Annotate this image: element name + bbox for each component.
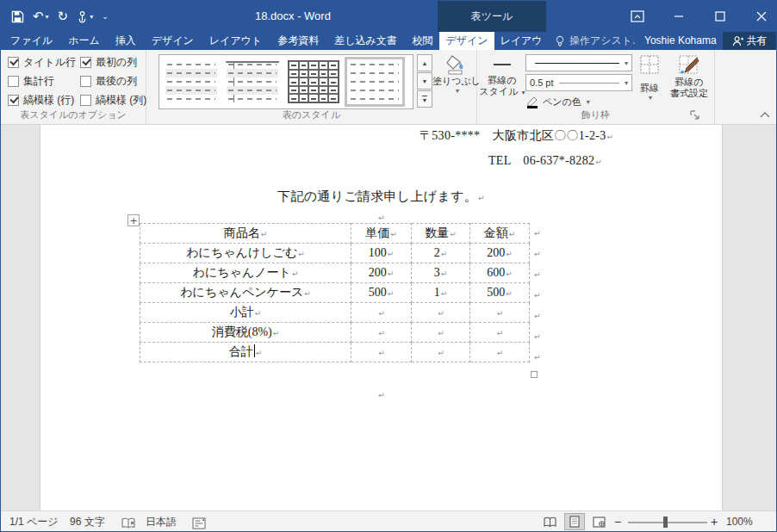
- table-move-handle[interactable]: +: [127, 214, 140, 226]
- table-cell[interactable]: 500↵: [470, 283, 530, 303]
- table-cell[interactable]: 2↵: [412, 244, 470, 263]
- table-style-thumbnail-1[interactable]: [163, 59, 220, 105]
- gallery-more-icon[interactable]: ▼: [417, 90, 432, 108]
- tab-2[interactable]: 挿入: [108, 32, 144, 50]
- undo-dropdown-icon[interactable]: ▾: [46, 13, 49, 21]
- table-cell[interactable]: わにちゃんノート↵: [140, 263, 351, 283]
- table-cell[interactable]: 小計↵: [140, 303, 351, 323]
- table-cell[interactable]: 600↵: [470, 263, 530, 283]
- table-cell[interactable]: ↵: [470, 343, 530, 362]
- table-cell[interactable]: ↵: [470, 303, 530, 323]
- line-weight-combo[interactable]: 0.5 pt ▾: [525, 74, 632, 91]
- table-cell[interactable]: 200↵: [351, 263, 412, 283]
- checkbox-unchecked-icon[interactable]: [80, 76, 91, 87]
- proofing-error-icon[interactable]: [121, 516, 136, 532]
- border-styles-button[interactable]: 罫線の スタイル ▾: [482, 54, 523, 98]
- style-option-checkbox[interactable]: 縞模様 (列): [80, 94, 146, 107]
- account-name[interactable]: Yoshie Kohama: [644, 32, 717, 50]
- ribbon-display-options-icon[interactable]: [628, 7, 647, 26]
- style-option-checkbox[interactable]: タイトル行: [8, 56, 76, 69]
- language-indicator[interactable]: 日本語: [146, 511, 177, 532]
- table-cell[interactable]: ↵: [351, 303, 412, 323]
- touch-mode-icon[interactable]: ▾: [77, 10, 93, 23]
- tab-0[interactable]: ファイル: [3, 32, 60, 50]
- zoom-slider-track[interactable]: [628, 522, 707, 523]
- table-cell[interactable]: 3↵: [412, 263, 470, 283]
- table-style-thumbnail-2[interactable]: [224, 59, 281, 105]
- zoom-slider-thumb[interactable]: [663, 517, 668, 528]
- undo-button[interactable]: ↶▾: [33, 9, 49, 24]
- maximize-icon[interactable]: [711, 7, 730, 26]
- read-mode-icon[interactable]: [540, 513, 561, 530]
- table-cell[interactable]: 100↵: [351, 244, 412, 263]
- checkbox-unchecked-icon[interactable]: [8, 76, 19, 87]
- table-cell[interactable]: 1↵: [412, 283, 470, 303]
- close-icon[interactable]: [752, 7, 771, 26]
- zoom-level[interactable]: 100%: [726, 511, 753, 532]
- tel-line[interactable]: TEL 06-637*-8282↵: [488, 153, 602, 169]
- table-cell[interactable]: ↵: [470, 323, 530, 343]
- redo-icon[interactable]: ↻: [58, 9, 69, 24]
- gallery-scroll-up-icon[interactable]: ▲: [417, 54, 432, 71]
- page-indicator[interactable]: 1/1 ページ: [9, 511, 59, 532]
- style-option-checkbox[interactable]: 集計行: [8, 75, 76, 88]
- border-painter-button[interactable]: 罫線の 書式設定: [667, 54, 712, 99]
- table-resize-handle[interactable]: [531, 371, 538, 378]
- checkbox-checked-icon[interactable]: [8, 57, 19, 68]
- gallery-scroll-down-icon[interactable]: ▼: [417, 72, 432, 90]
- border-styles-dropdown-icon[interactable]: ▾: [519, 89, 525, 96]
- pen-color-button[interactable]: ペンの色 ▾: [525, 95, 603, 108]
- touch-mode-dropdown-icon[interactable]: ▾: [90, 13, 93, 21]
- table-cell[interactable]: 単価↵: [351, 224, 412, 244]
- borders-button[interactable]: 罫線 ▾: [635, 54, 664, 102]
- shading-button[interactable]: 塗りつぶし ▾: [438, 53, 476, 95]
- print-layout-icon[interactable]: [564, 513, 585, 530]
- empty-paragraph-after-table[interactable]: ↵: [40, 387, 722, 401]
- tab-1[interactable]: ホーム: [60, 32, 108, 50]
- zoom-in-icon[interactable]: +: [711, 511, 718, 532]
- zoom-out-icon[interactable]: −: [614, 511, 621, 532]
- table-cell[interactable]: 合計↵: [140, 343, 351, 362]
- table-cell[interactable]: わにちゃんペンケース↵: [140, 283, 351, 303]
- customize-qat-icon[interactable]: ⌄: [102, 12, 109, 21]
- tab-4[interactable]: レイアウト: [202, 32, 270, 50]
- tab-6[interactable]: 差し込み文書: [326, 32, 405, 50]
- collapse-ribbon-icon[interactable]: [759, 108, 771, 119]
- table-style-thumbnail-3[interactable]: [285, 59, 342, 105]
- table-cell[interactable]: ↵: [351, 323, 412, 343]
- table-style-thumbnail-selected[interactable]: [346, 59, 403, 105]
- save-icon[interactable]: [11, 10, 24, 23]
- table-cell[interactable]: ↵: [351, 343, 412, 362]
- tab-5[interactable]: 参考資料: [270, 32, 326, 50]
- minimize-icon[interactable]: [669, 7, 688, 26]
- table-cell[interactable]: 数量↵: [412, 224, 470, 244]
- checkbox-checked-icon[interactable]: [8, 95, 19, 106]
- table-cell[interactable]: 200↵: [470, 244, 530, 263]
- tab-7[interactable]: 校閲: [405, 32, 441, 50]
- borders-dropdown-icon[interactable]: ▾: [649, 94, 652, 102]
- table-cell[interactable]: ↵: [412, 303, 470, 323]
- tab-table-layout[interactable]: レイアウト: [496, 32, 546, 50]
- table-cell[interactable]: 金額↵: [470, 224, 530, 244]
- share-button[interactable]: 共有: [723, 32, 776, 50]
- table-cell[interactable]: 消費税(8%)↵: [140, 323, 351, 343]
- ime-mode-icon[interactable]: [192, 516, 206, 532]
- word-count[interactable]: 96 文字: [70, 511, 105, 532]
- greeting-line[interactable]: 下記の通りご請求申し上げます。↵: [40, 189, 722, 205]
- checkbox-checked-icon[interactable]: [80, 57, 91, 68]
- line-style-dropdown-icon[interactable]: ▾: [625, 59, 628, 67]
- style-option-checkbox[interactable]: 最初の列: [80, 56, 146, 69]
- tab-3[interactable]: デザイン: [144, 32, 202, 50]
- table-cell[interactable]: ↵: [412, 323, 470, 343]
- table-cell[interactable]: 500↵: [351, 283, 412, 303]
- style-option-checkbox[interactable]: 縞模様 (行): [8, 94, 76, 107]
- pen-color-dropdown-icon[interactable]: ▾: [587, 98, 590, 106]
- tab-table-design[interactable]: デザイン: [439, 32, 494, 50]
- checkbox-unchecked-icon[interactable]: [80, 95, 91, 106]
- postal-address-line[interactable]: 〒530-**** 大阪市北区〇〇1-2-3↵: [420, 128, 613, 144]
- line-style-combo[interactable]: ▾: [525, 54, 632, 71]
- document-page[interactable]: 〒530-**** 大阪市北区〇〇1-2-3↵ TEL 06-637*-8282…: [40, 125, 723, 510]
- empty-paragraph[interactable]: ↵: [40, 210, 722, 224]
- style-option-checkbox[interactable]: 最後の列: [80, 75, 146, 88]
- web-layout-icon[interactable]: [588, 513, 609, 530]
